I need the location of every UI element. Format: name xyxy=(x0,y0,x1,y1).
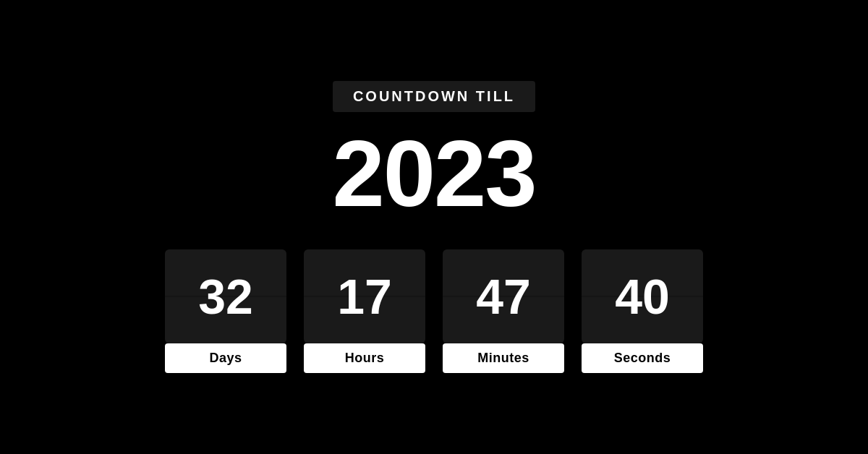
timer-label-seconds: Seconds xyxy=(582,351,703,366)
timer-unit-days: 32Days xyxy=(165,249,286,373)
timer-number-seconds: 40 xyxy=(615,272,670,321)
timer-unit-seconds: 40Seconds xyxy=(582,249,703,373)
timer-label-box-seconds: Seconds xyxy=(582,343,703,373)
timer-box-days: 32 xyxy=(165,249,286,343)
timer-section: 32Days17Hours47Minutes40Seconds xyxy=(165,249,703,373)
timer-label-days: Days xyxy=(165,351,286,366)
timer-box-minutes: 47 xyxy=(443,249,564,343)
timer-label-box-minutes: Minutes xyxy=(443,343,564,373)
timer-unit-hours: 17Hours xyxy=(304,249,425,373)
timer-box-seconds: 40 xyxy=(582,249,703,343)
timer-label-box-hours: Hours xyxy=(304,343,425,373)
timer-unit-minutes: 47Minutes xyxy=(443,249,564,373)
timer-number-hours: 17 xyxy=(337,272,392,321)
header-section: COUNTDOWN TILL 2023 xyxy=(332,81,535,220)
timer-number-days: 32 xyxy=(198,272,253,321)
year-display: 2023 xyxy=(332,127,535,220)
timer-label-box-days: Days xyxy=(165,343,286,373)
timer-label-minutes: Minutes xyxy=(443,351,564,366)
countdown-title: COUNTDOWN TILL xyxy=(333,81,535,112)
timer-number-minutes: 47 xyxy=(476,272,531,321)
timer-box-hours: 17 xyxy=(304,249,425,343)
timer-label-hours: Hours xyxy=(304,351,425,366)
